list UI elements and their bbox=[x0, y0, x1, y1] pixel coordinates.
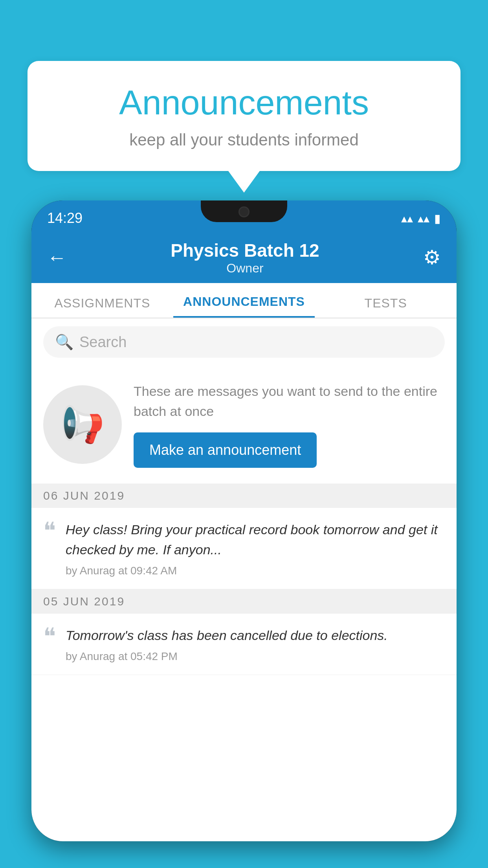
promo-description: These are messages you want to send to t… bbox=[134, 381, 445, 421]
announcement-item-2[interactable]: ❝ Tomorrow's class has been cancelled du… bbox=[31, 614, 457, 675]
battery-icon: ▮ bbox=[434, 211, 441, 225]
quote-icon-1: ❝ bbox=[43, 522, 56, 541]
app-header: ← Physics Batch 12 Owner ⚙ bbox=[31, 232, 457, 283]
tab-announcements[interactable]: ANNOUNCEMENTS bbox=[173, 294, 315, 318]
phone-camera bbox=[238, 206, 250, 217]
promo-right: These are messages you want to send to t… bbox=[134, 381, 445, 468]
back-button[interactable]: ← bbox=[47, 246, 67, 269]
date-divider-2: 05 JUN 2019 bbox=[31, 589, 457, 614]
signal-icon: ▴▴ bbox=[418, 211, 429, 225]
speech-bubble: Announcements keep all your students inf… bbox=[28, 61, 460, 171]
promo-icon-circle: 📢 bbox=[43, 385, 122, 464]
wifi-icon: ▴▴ bbox=[401, 211, 413, 225]
header-title: Physics Batch 12 bbox=[171, 240, 319, 261]
search-bar[interactable]: 🔍 Search bbox=[43, 326, 445, 358]
announcement-text-2: Tomorrow's class has been cancelled due … bbox=[66, 625, 445, 645]
status-icons: ▴▴ ▴▴ ▮ bbox=[401, 211, 441, 225]
tabs-container: ASSIGNMENTS ANNOUNCEMENTS TESTS bbox=[31, 283, 457, 318]
announcement-item-1[interactable]: ❝ Hey class! Bring your practical record… bbox=[31, 508, 457, 589]
tab-assignments[interactable]: ASSIGNMENTS bbox=[31, 296, 173, 318]
phone-container: 14:29 ▴▴ ▴▴ ▮ ← Physics Batch 12 Owner ⚙… bbox=[31, 200, 457, 868]
search-container: 🔍 Search bbox=[31, 318, 457, 366]
quote-icon-2: ❝ bbox=[43, 627, 56, 646]
megaphone-icon: 📢 bbox=[61, 404, 105, 445]
tab-tests[interactable]: TESTS bbox=[315, 296, 457, 318]
announcement-meta-2: by Anurag at 05:42 PM bbox=[66, 650, 445, 663]
search-placeholder: Search bbox=[79, 334, 127, 351]
announcement-meta-1: by Anurag at 09:42 AM bbox=[66, 565, 445, 577]
announcement-text-1: Hey class! Bring your practical record b… bbox=[66, 520, 445, 560]
speech-bubble-container: Announcements keep all your students inf… bbox=[28, 61, 460, 193]
make-announcement-button[interactable]: Make an announcement bbox=[134, 432, 317, 468]
phone-frame: 14:29 ▴▴ ▴▴ ▮ ← Physics Batch 12 Owner ⚙… bbox=[31, 200, 457, 841]
announcement-content-2: Tomorrow's class has been cancelled due … bbox=[66, 625, 445, 663]
date-divider-1: 06 JUN 2019 bbox=[31, 484, 457, 508]
promo-area: 📢 These are messages you want to send to… bbox=[31, 366, 457, 484]
speech-bubble-arrow bbox=[228, 171, 260, 193]
gear-icon[interactable]: ⚙ bbox=[423, 246, 441, 269]
phone-notch bbox=[201, 200, 287, 222]
speech-bubble-title: Announcements bbox=[51, 83, 437, 123]
search-icon: 🔍 bbox=[55, 333, 73, 351]
announcement-content-1: Hey class! Bring your practical record b… bbox=[66, 520, 445, 577]
content-area: 🔍 Search 📢 These are messages you want t… bbox=[31, 318, 457, 841]
header-title-section: Physics Batch 12 Owner bbox=[171, 240, 319, 276]
status-time: 14:29 bbox=[47, 210, 83, 226]
phone-screen: 14:29 ▴▴ ▴▴ ▮ ← Physics Batch 12 Owner ⚙… bbox=[31, 200, 457, 841]
header-subtitle: Owner bbox=[171, 261, 319, 276]
speech-bubble-subtitle: keep all your students informed bbox=[51, 131, 437, 149]
